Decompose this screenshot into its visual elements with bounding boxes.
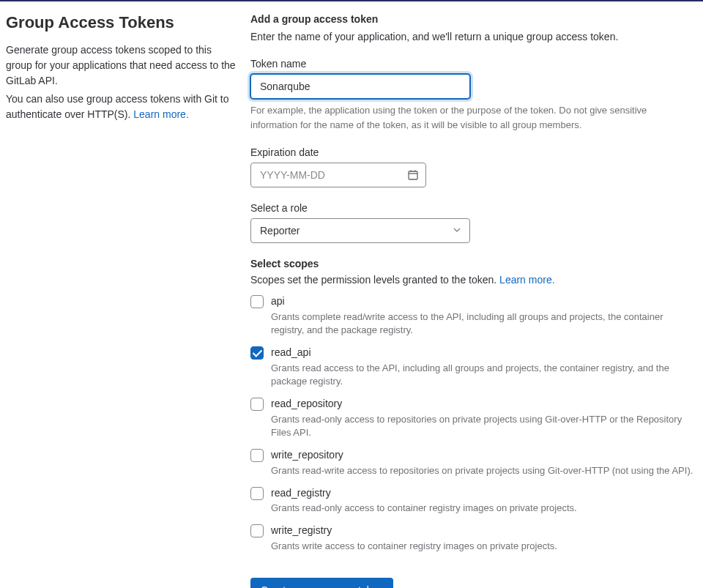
scope-desc-read_api: Grants read access to the API, including… bbox=[271, 362, 694, 388]
scope-checkbox-write_repository[interactable] bbox=[250, 449, 264, 462]
intro-text-2: You can also use group access tokens wit… bbox=[6, 92, 236, 122]
scope-label-api[interactable]: api bbox=[271, 294, 694, 309]
scopes-desc-pre: Scopes set the permission levels granted… bbox=[250, 274, 499, 286]
scopes-title: Select scopes bbox=[250, 258, 694, 269]
scope-label-read_repository[interactable]: read_repository bbox=[271, 397, 694, 412]
scope-checkbox-read_repository[interactable] bbox=[250, 398, 264, 411]
scope-label-read_api[interactable]: read_api bbox=[271, 346, 694, 360]
scope-row-read_registry: read_registryGrants read-only access to … bbox=[250, 486, 694, 516]
scope-desc-read_registry: Grants read-only access to container reg… bbox=[271, 502, 694, 515]
scope-row-write_repository: write_repositoryGrants read-write access… bbox=[250, 448, 694, 477]
scope-label-write_registry[interactable]: write_registry bbox=[271, 524, 694, 538]
expiration-input[interactable] bbox=[250, 163, 426, 187]
scope-label-write_repository[interactable]: write_repository bbox=[271, 448, 694, 463]
scope-desc-write_registry: Grants write access to container registr… bbox=[271, 540, 694, 553]
learn-more-link[interactable]: Learn more. bbox=[133, 108, 188, 120]
scope-row-write_registry: write_registryGrants write access to con… bbox=[250, 524, 694, 553]
role-label: Select a role bbox=[250, 202, 694, 214]
scope-label-read_registry[interactable]: read_registry bbox=[271, 486, 694, 501]
token-name-input[interactable] bbox=[250, 74, 470, 99]
intro-text-2-pre: You can also use group access tokens wit… bbox=[6, 93, 229, 120]
scope-desc-read_repository: Grants read-only access to repositories … bbox=[271, 413, 694, 439]
expiration-label: Expiration date bbox=[250, 146, 694, 158]
role-select[interactable]: Reporter bbox=[250, 218, 470, 243]
create-token-button[interactable]: Create group access token bbox=[250, 578, 393, 588]
calendar-icon[interactable] bbox=[407, 169, 419, 181]
svg-rect-0 bbox=[409, 171, 417, 179]
scope-row-read_api: read_apiGrants read access to the API, i… bbox=[250, 346, 694, 388]
add-token-title: Add a group access token bbox=[250, 13, 694, 25]
add-token-desc: Enter the name of your application, and … bbox=[250, 29, 694, 45]
scope-row-api: apiGrants complete read/write access to … bbox=[250, 294, 694, 337]
scope-checkbox-read_api[interactable] bbox=[250, 346, 264, 360]
scope-desc-write_repository: Grants read-write access to repositories… bbox=[271, 464, 694, 477]
scope-checkbox-api[interactable] bbox=[250, 295, 264, 308]
intro-text-1: Generate group access tokens scoped to t… bbox=[6, 42, 236, 89]
scopes-learn-more-link[interactable]: Learn more. bbox=[499, 274, 554, 286]
scopes-desc: Scopes set the permission levels granted… bbox=[250, 274, 694, 286]
scope-checkbox-write_registry[interactable] bbox=[250, 524, 264, 537]
scope-checkbox-read_registry[interactable] bbox=[250, 487, 264, 500]
token-name-help: For example, the application using the t… bbox=[250, 103, 682, 132]
page-title: Group Access Tokens bbox=[6, 13, 236, 32]
token-name-label: Token name bbox=[250, 58, 694, 70]
scope-row-read_repository: read_repositoryGrants read-only access t… bbox=[250, 397, 694, 439]
scope-desc-api: Grants complete read/write access to the… bbox=[271, 310, 694, 337]
